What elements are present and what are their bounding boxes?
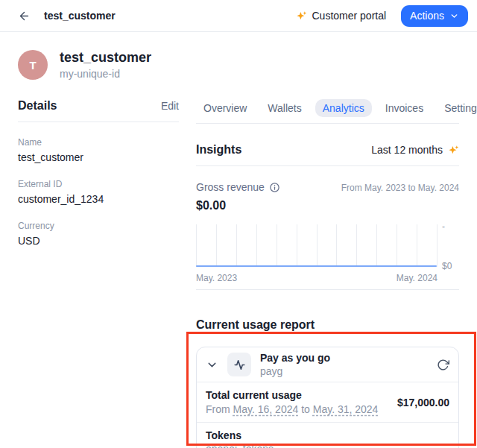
gross-revenue-chart: - $0 May. 2023 May. 2024 (196, 224, 459, 283)
period-selector[interactable]: Last 12 months (371, 144, 459, 156)
period-prefix: From (206, 403, 230, 415)
customer-name: test_customer (60, 50, 151, 66)
refresh-button[interactable] (437, 359, 449, 371)
refresh-icon (437, 359, 449, 371)
y-axis-zero-label: $0 (437, 261, 459, 271)
tab-overview[interactable]: Overview (196, 99, 254, 117)
avatar: T (18, 50, 48, 80)
tab-settings[interactable]: Settings (437, 99, 477, 117)
activity-pulse-icon (234, 359, 245, 370)
plan-icon-badge (227, 353, 251, 376)
total-usage-amount: $17,000.00 (397, 397, 449, 408)
period-join: to (301, 403, 310, 415)
period-from-date[interactable]: May. 16, 2024 (233, 403, 299, 415)
field-name: Name test_customer (18, 137, 179, 163)
chart-zero-line (196, 265, 437, 267)
metric-label: Gross revenue (196, 181, 265, 193)
usage-item-code: openai_tokens (206, 443, 274, 448)
plan-code: payg (260, 365, 330, 377)
insights-title: Insights (196, 143, 241, 157)
x-axis-end-label: May. 2024 (397, 273, 437, 283)
top-bar: test_customer Customer portal Actions (0, 0, 477, 32)
details-panel: Details Edit Name test_customer External… (18, 99, 179, 448)
field-label: External ID (18, 179, 179, 189)
x-axis-start-label: May. 2023 (196, 273, 237, 283)
chevron-down-icon (449, 11, 459, 21)
plan-name: Pay as you go (260, 352, 330, 364)
gross-revenue-metric: Gross revenue $0.00 From May. 2023 to Ma… (196, 181, 459, 212)
field-currency: Currency USD (18, 221, 179, 247)
field-value: customer_id_1234 (18, 193, 179, 205)
usage-item-row: Tokens openai_tokens (197, 422, 458, 448)
edit-button[interactable]: Edit (161, 100, 179, 112)
usage-period: From May. 16, 2024 to May. 31, 2024 (206, 403, 378, 415)
period-label: Last 12 months (371, 144, 443, 156)
back-button[interactable] (18, 10, 31, 22)
field-external-id: External ID customer_id_1234 (18, 179, 179, 205)
sparkle-icon (448, 145, 459, 156)
plan-header-row: Pay as you go payg (197, 347, 458, 382)
tab-bar: Overview Wallets Analytics Invoices Sett… (196, 99, 459, 124)
tab-invoices[interactable]: Invoices (378, 99, 431, 117)
info-icon[interactable] (269, 182, 280, 193)
chevron-down-icon (206, 359, 218, 371)
collapse-toggle[interactable] (206, 359, 218, 371)
customer-portal-button[interactable]: Customer portal (296, 10, 386, 22)
field-label: Name (18, 137, 179, 148)
total-usage-row: Total current usage From May. 16, 2024 t… (197, 382, 458, 422)
chart-plot-area (196, 224, 437, 267)
usage-item-name: Tokens (206, 429, 274, 441)
field-value: test_customer (18, 151, 179, 163)
topbar-title: test_customer (44, 10, 116, 22)
customer-header: T test_customer my-unique-id (0, 32, 477, 99)
metric-value: $0.00 (196, 199, 280, 212)
total-usage-label: Total current usage (206, 389, 378, 401)
customer-portal-label: Customer portal (312, 10, 386, 22)
content-panel: Overview Wallets Analytics Invoices Sett… (196, 99, 459, 448)
tab-analytics[interactable]: Analytics (315, 99, 372, 117)
section-divider (196, 289, 459, 290)
usage-report-title: Current usage report (196, 318, 459, 332)
y-axis-max-label: - (437, 221, 459, 232)
sparkle-icon (296, 10, 307, 22)
tab-wallets[interactable]: Wallets (260, 99, 309, 117)
period-to-date[interactable]: May. 31, 2024 (313, 403, 379, 415)
details-title: Details (18, 99, 57, 113)
arrow-left-icon (18, 10, 31, 22)
actions-button[interactable]: Actions (401, 5, 468, 27)
field-label: Currency (18, 221, 179, 231)
field-value: USD (18, 235, 179, 247)
metric-range: From May. 2023 to May. 2024 (341, 181, 459, 193)
usage-plan-card: Pay as you go payg Total current usage F… (196, 347, 459, 448)
actions-label: Actions (410, 10, 444, 22)
customer-external-id: my-unique-id (60, 68, 151, 80)
